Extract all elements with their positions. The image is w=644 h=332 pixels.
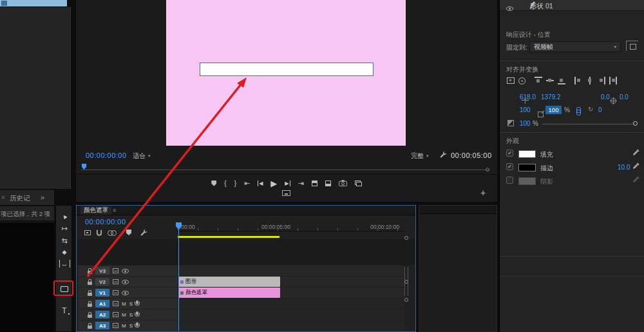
align-vcenter-icon[interactable] [546,77,554,84]
align-bottom-icon[interactable] [558,77,565,84]
track-output-eye-icon[interactable] [122,280,129,284]
goto-in-icon[interactable]: ⇤ [244,179,250,188]
align-hcenter-icon[interactable] [586,77,594,84]
mark-out-icon[interactable]: } [234,180,236,187]
stroke-width-value[interactable]: 10.0 [618,164,630,171]
add-marker-icon[interactable] [126,229,131,235]
track-lane-a1[interactable] [178,298,404,309]
clip-graphic[interactable]: 图形 [178,277,280,287]
opacity-value[interactable]: 100 [520,120,531,127]
sync-lock-icon[interactable] [113,301,118,306]
track-lock-icon[interactable] [88,271,92,274]
track-lock-icon[interactable] [88,293,92,296]
opacity-slider-knob[interactable] [633,121,638,126]
fill-eyedropper-icon[interactable] [632,149,639,157]
mark-in-icon[interactable]: { [224,180,226,187]
shadow-eyedropper-icon[interactable] [632,176,639,184]
shadow-color-swatch[interactable] [518,177,536,185]
track-chip-v1[interactable]: V1 [95,289,109,297]
sync-lock-icon[interactable] [113,290,118,295]
clip-color-matte[interactable]: 颜色遮罩 [178,288,280,298]
slip-tool-button[interactable]: ↔ [56,259,73,269]
step-back-icon[interactable]: ◀ [258,181,263,186]
type-tool-button[interactable]: T [56,306,73,316]
scrubber-end-knob[interactable] [486,168,489,171]
track-chip-a3[interactable]: A3 [95,322,109,329]
work-area-bar[interactable] [178,236,279,238]
align-top-icon[interactable] [535,77,542,84]
goto-out-icon[interactable]: ⇥ [298,179,304,188]
mute-button[interactable]: M [122,312,126,318]
scrollbar-knob[interactable] [404,280,408,284]
add-marker-icon[interactable] [211,181,216,186]
track-chip-v3[interactable]: V3 [95,267,109,275]
more-tabs-chevron-icon[interactable]: » [41,193,44,201]
tab-history[interactable]: 历史记 [10,194,30,203]
timeline-timecode[interactable]: 00:00:00:00 [85,218,126,226]
razor-tool-button[interactable]: ◆ [56,247,73,257]
track-lock-icon[interactable] [88,282,92,285]
monitor-settings-wrench-icon[interactable] [440,151,447,159]
sync-lock-icon[interactable] [113,279,118,284]
scale-value[interactable]: 100 [520,106,531,113]
fill-color-swatch[interactable] [518,150,536,158]
track-lane-a2[interactable] [178,309,404,320]
nested-sequence-icon[interactable] [84,230,91,235]
track-lane-a3[interactable] [178,320,404,331]
rectangle-tool-button[interactable] [56,284,73,294]
panel-menu-icon[interactable]: ≡ [113,207,116,213]
track-lock-icon[interactable] [88,315,92,318]
track-output-eye-icon[interactable] [122,269,129,273]
track-lock-icon[interactable] [88,326,92,329]
monitor-playhead[interactable] [82,164,86,170]
voiceover-mic-icon[interactable] [136,311,138,315]
fill-checkbox[interactable]: ✓ [506,150,513,157]
mute-button[interactable]: M [122,301,126,307]
lift-icon[interactable] [312,181,317,186]
export-frame-icon[interactable] [339,180,347,186]
linked-selection-icon[interactable] [108,230,116,235]
anchor-x-value[interactable]: 0.0 [601,93,610,101]
mute-button[interactable]: M [122,323,126,329]
sync-lock-icon[interactable] [113,312,118,317]
monitor-timecode[interactable]: 00:00:00:00 [86,151,127,159]
solo-button[interactable]: S [129,312,133,318]
stroke-eyedropper-icon[interactable] [632,162,639,171]
voiceover-mic-icon[interactable] [136,322,138,326]
playback-quality-dropdown[interactable]: 完整 ▾ [411,151,429,161]
zoom-level-dropdown[interactable]: 适合 ▾ [133,151,151,161]
snap-magnet-icon[interactable] [96,229,102,236]
align-left-icon[interactable] [574,77,582,84]
scale-width-field[interactable]: 100 [545,106,562,114]
link-scale-chain-icon[interactable] [576,107,580,115]
panel-menu-icon[interactable]: ≡ [1,194,5,200]
scrollbar-knob[interactable] [404,298,408,302]
comparison-view-icon[interactable] [355,181,362,186]
monitor-settings-button[interactable] [282,190,290,196]
anchor-y-value[interactable]: 0.0 [620,93,629,101]
step-forward-icon[interactable]: ▶ [285,181,290,186]
monitor-scrubber[interactable] [81,170,489,170]
center-in-frame-icon[interactable] [518,77,526,84]
track-chip-a2[interactable]: A2 [95,311,109,318]
play-button-icon[interactable]: ▶ [270,179,277,188]
timeline-ruler[interactable]: :00:00 00:00:05:00 00:00:10:00 [178,222,404,231]
shape-rectangle[interactable] [200,63,374,76]
pin-to-dropdown[interactable]: 视频帧 ▾ [529,41,621,52]
sync-lock-icon[interactable] [113,323,118,328]
layer-header[interactable]: 形状 01 [500,0,644,11]
distribute-icon[interactable] [609,77,617,84]
selection-tool-button[interactable]: ▲ [56,211,73,221]
track-chip-a1[interactable]: A1 [95,300,109,308]
shadow-checkbox[interactable] [506,177,513,184]
solo-button[interactable]: S [129,323,133,329]
voiceover-mic-icon[interactable] [136,300,138,304]
timeline-settings-wrench-icon[interactable] [140,229,147,236]
solo-button[interactable]: S [129,301,133,307]
stroke-color-swatch[interactable] [518,164,536,171]
add-panel-button[interactable]: + [480,188,486,198]
ripple-edit-tool-button[interactable]: ⇆ [56,235,73,246]
rotation-value[interactable]: 0 [598,106,602,113]
scrollbar-knob[interactable] [404,236,408,240]
track-output-eye-icon[interactable] [122,291,129,295]
